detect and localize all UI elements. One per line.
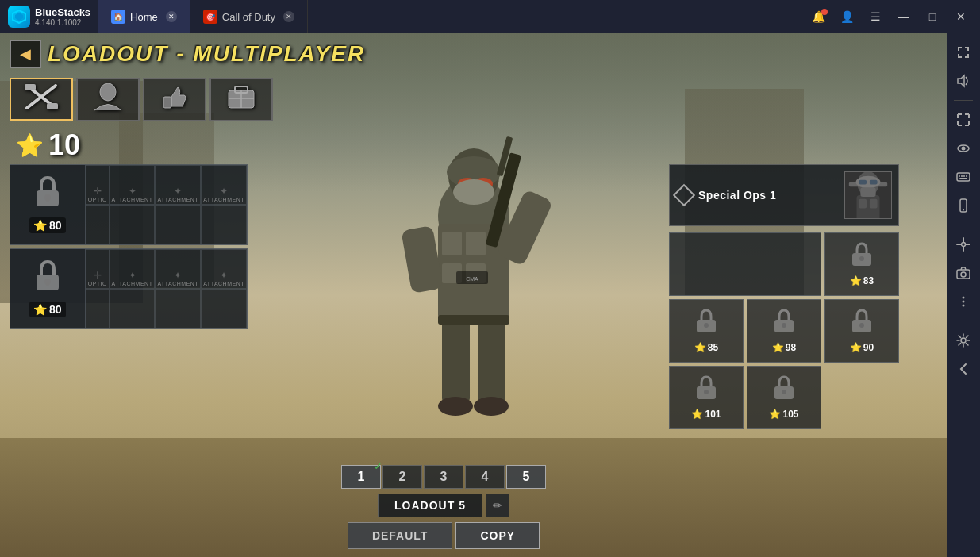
num-tab-2[interactable]: 2	[382, 465, 422, 489]
slot-att2-1[interactable]: ✦ATTACHMENT	[155, 165, 201, 205]
sidebar-back-button[interactable]	[951, 356, 976, 382]
op-cost-98: ⭐ 98	[772, 342, 796, 353]
op-slot-wide[interactable]	[669, 232, 821, 296]
op-cost-num-101: 101	[705, 409, 721, 420]
svg-rect-39	[46, 282, 49, 286]
svg-rect-10	[466, 232, 486, 255]
sidebar-volume-button[interactable]	[951, 68, 976, 94]
op-slot-101[interactable]: ⭐ 101	[669, 366, 744, 429]
slot-att3-1[interactable]: ✦ATTACHMENT	[201, 165, 247, 205]
svg-point-51	[859, 256, 864, 261]
op-cost-star-90: ⭐	[850, 342, 862, 353]
svg-rect-48	[859, 180, 867, 185]
tab-cod[interactable]: 🎯 Call of Duty ✕	[190, 0, 308, 33]
cod-tab-close[interactable]: ✕	[283, 11, 294, 22]
sidebar-settings-button[interactable]	[951, 328, 976, 353]
slot-empty5[interactable]	[86, 289, 110, 328]
op-cost-101: ⭐ 101	[691, 409, 721, 420]
op-slot-98[interactable]: ⭐ 98	[747, 299, 821, 363]
svg-point-53	[704, 323, 709, 328]
slot-empty4[interactable]	[201, 205, 247, 244]
loadout-slots-1: ✛OPTIC ✦ATTACHMENT ✦ATTACHMENT ✦ATTACHME…	[86, 165, 247, 244]
loadout-main-slot-2[interactable]: ⭐ 80	[10, 249, 86, 328]
svg-point-61	[782, 390, 786, 394]
loadout-main-slot-1[interactable]: ⭐ 80	[10, 165, 86, 244]
svg-rect-27	[47, 103, 58, 109]
sidebar-arrows-button[interactable]	[951, 232, 976, 257]
slot-att1-2[interactable]: ✦ATTACHMENT	[110, 249, 156, 289]
slot-att3-2[interactable]: ✦ATTACHMENT	[201, 249, 247, 289]
sidebar-camera-button[interactable]	[951, 260, 976, 286]
edit-loadout-name-button[interactable]: ✏	[486, 494, 509, 517]
thumbsup-icon	[157, 83, 192, 117]
op-cost-star-105: ⭐	[769, 409, 781, 420]
op-slot-90[interactable]: ⭐ 90	[824, 299, 899, 363]
svg-rect-18	[478, 317, 505, 405]
loadout-selector: ✓ 1 2 3 4 5 LOADOUT 5 ✏ DEFAULT	[341, 465, 546, 549]
svg-point-78	[961, 338, 966, 343]
slot-empty1[interactable]	[86, 205, 110, 244]
copy-button[interactable]: COPY	[455, 522, 540, 549]
notification-button[interactable]: 🔔	[805, 6, 831, 28]
tab-num-1: 1	[358, 470, 365, 484]
slot-empty8[interactable]	[201, 289, 247, 328]
close-button[interactable]: ✕	[948, 6, 974, 28]
slot-label-optic-2: OPTIC	[88, 281, 107, 286]
sidebar-more-button[interactable]	[951, 289, 976, 314]
tab-thumbsup[interactable]	[143, 78, 206, 121]
slot-label-att2-2: ATTACHMENT	[157, 281, 198, 286]
sidebar-divider-2	[954, 225, 973, 225]
op-cost-star-101: ⭐	[691, 409, 703, 420]
titlebar: BlueStacks 4.140.1.1002 🏠 Home ✕ 🎯 Call …	[0, 0, 980, 33]
num-tab-3[interactable]: 3	[424, 465, 463, 489]
sidebar-keyboard-button[interactable]	[951, 164, 976, 190]
profile-button[interactable]: 👤	[834, 6, 859, 28]
op-slot-85[interactable]: ⭐ 85	[669, 299, 744, 363]
slot-empty7[interactable]	[155, 289, 201, 328]
slot-optic-2[interactable]: ✛OPTIC	[86, 249, 110, 289]
op-lock-icon-85	[695, 309, 717, 339]
tab-equipment[interactable]	[209, 78, 273, 121]
loadout-slots-2: ✛OPTIC ✦ATTACHMENT ✦ATTACHMENT ✦ATTACHME…	[86, 249, 247, 328]
slot-empty6[interactable]	[110, 289, 156, 328]
slot-optic-1[interactable]: ✛OPTIC	[86, 165, 110, 205]
tab-home[interactable]: 🏠 Home ✕	[98, 0, 190, 33]
num-tab-4[interactable]: 4	[465, 465, 505, 489]
maximize-button[interactable]: □	[920, 6, 945, 28]
sidebar-phone-button[interactable]	[951, 193, 976, 218]
svg-marker-1	[15, 13, 23, 21]
bluestacks-logo: BlueStacks 4.140.1.1002	[0, 6, 98, 28]
svg-point-63	[962, 147, 966, 151]
home-tab-close[interactable]: ✕	[166, 11, 177, 22]
num-tab-1[interactable]: ✓ 1	[341, 465, 381, 489]
op-cost-105: ⭐ 105	[769, 409, 798, 420]
op-lock-icon-98	[773, 309, 795, 339]
sidebar-expand-button[interactable]	[951, 40, 976, 65]
default-button[interactable]: DEFAULT	[348, 522, 453, 549]
num-tab-5[interactable]: 5	[506, 465, 546, 489]
tab-operator[interactable]	[76, 78, 140, 121]
slot-att2-2[interactable]: ✦ATTACHMENT	[155, 249, 201, 289]
slot-att1-1[interactable]: ✦ATTACHMENT	[110, 165, 156, 205]
tab-num-2: 2	[399, 470, 406, 484]
op-cost-num-90: 90	[863, 342, 874, 353]
tab-weapons[interactable]	[10, 78, 73, 121]
sidebar-fullscreen-button[interactable]	[951, 107, 976, 133]
svg-point-55	[782, 323, 786, 328]
op-slot-83[interactable]: ⭐ 83	[824, 232, 899, 296]
slot-empty3[interactable]	[155, 205, 201, 244]
tabs-area: 🏠 Home ✕ 🎯 Call of Duty ✕	[98, 0, 799, 33]
sidebar-eye-button[interactable]	[951, 136, 976, 161]
bluestacks-icon	[8, 6, 30, 28]
menu-button[interactable]: ☰	[863, 6, 888, 28]
edit-icon: ✏	[493, 499, 502, 512]
svg-rect-49	[870, 180, 878, 185]
special-ops-card[interactable]: Special Ops 1	[669, 164, 899, 226]
slot-icon: ✛	[94, 186, 102, 197]
op-lock-icon-105	[773, 375, 795, 405]
back-button[interactable]: ◀	[10, 40, 41, 68]
slot-empty2[interactable]	[110, 205, 156, 244]
game-area: CMA ◀ LOADOUT - MULTIPLAYER	[0, 33, 947, 557]
minimize-button[interactable]: —	[891, 6, 917, 28]
op-slot-105[interactable]: ⭐ 105	[747, 366, 821, 429]
